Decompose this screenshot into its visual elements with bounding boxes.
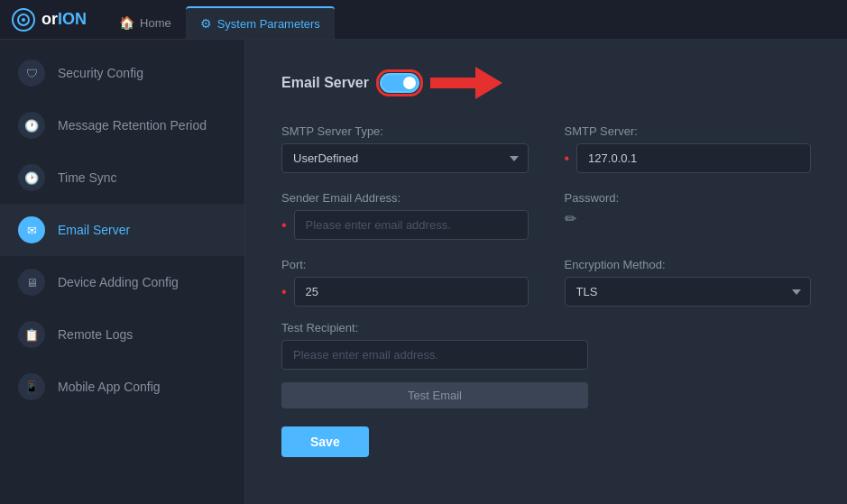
svg-point-2 [22, 18, 25, 22]
port-required-indicator: • [281, 284, 287, 300]
email-icon: ✉ [18, 216, 45, 243]
device-icon: 🖥 [18, 269, 45, 296]
test-recipient-label: Test Recipient: [281, 321, 588, 334]
sidebar-item-email-server[interactable]: ✉ Email Server [0, 204, 244, 256]
save-button[interactable]: Save [281, 426, 369, 457]
smtp-server-type-select[interactable]: UserDefined Gmail Yahoo Outlook [281, 143, 529, 173]
password-icon-wrapper: ✏ [565, 210, 812, 227]
test-recipient-input[interactable] [281, 340, 588, 370]
port-label: Port: [281, 258, 529, 271]
sidebar-label-time-sync: Time Sync [58, 170, 117, 185]
main-layout: 🛡 Security Config 🕐 Message Retention Pe… [0, 40, 847, 504]
sidebar-label-mobile-app: Mobile App Config [58, 380, 161, 394]
sidebar: 🛡 Security Config 🕐 Message Retention Pe… [0, 40, 245, 504]
sender-required-indicator: • [281, 217, 287, 234]
sidebar-label-security: Security Config [58, 66, 143, 80]
sender-email-label: Sender Email Address: [281, 191, 529, 205]
clock-icon: 🕐 [18, 112, 45, 139]
sidebar-item-device-adding[interactable]: 🖥 Device Adding Config [0, 256, 244, 308]
logs-icon: 📋 [18, 321, 45, 348]
red-arrow-icon [430, 67, 502, 99]
password-group: Password: ✏ [565, 191, 812, 240]
logo: orION [11, 7, 87, 32]
sidebar-item-mobile-app[interactable]: 📱 Mobile App Config [0, 361, 244, 413]
toggle-highlight [376, 69, 423, 96]
smtp-server-type-label: SMTP Server Type: [281, 124, 529, 138]
smtp-server-input-wrapper: • [565, 143, 812, 173]
encryption-label: Encryption Method: [565, 258, 812, 271]
system-icon: ⚙ [200, 16, 212, 31]
sidebar-item-remote-logs[interactable]: 📋 Remote Logs [0, 308, 244, 361]
tab-home[interactable]: 🏠 Home [105, 6, 186, 39]
sidebar-label-remote-logs: Remote Logs [58, 327, 133, 342]
smtp-server-type-group: SMTP Server Type: UserDefined Gmail Yaho… [281, 124, 529, 173]
top-nav: orION 🏠 Home ⚙ System Parameters [0, 0, 847, 40]
sidebar-item-time-sync[interactable]: 🕑 Time Sync [0, 151, 244, 204]
test-recipient-group: Test Recipient: Test Email [281, 321, 588, 408]
svg-marker-3 [430, 67, 502, 99]
sender-email-input-wrapper: • [281, 210, 529, 240]
home-tab-label: Home [140, 16, 171, 30]
sidebar-item-message-retention[interactable]: 🕐 Message Retention Period [0, 99, 244, 151]
encryption-group: Encryption Method: TLS SSL None [565, 258, 812, 307]
port-input[interactable] [294, 277, 529, 307]
smtp-server-label: SMTP Server: [565, 124, 812, 138]
section-header: Email Server [281, 67, 811, 99]
tab-system-parameters[interactable]: ⚙ System Parameters [186, 6, 335, 39]
sidebar-item-security-config[interactable]: 🛡 Security Config [0, 47, 244, 99]
mobile-icon: 📱 [18, 373, 45, 400]
smtp-server-input[interactable] [576, 143, 811, 173]
system-tab-label: System Parameters [217, 17, 320, 31]
arrow-annotation [430, 67, 502, 99]
time-sync-icon: 🕑 [18, 164, 45, 191]
encryption-select[interactable]: TLS SSL None [565, 277, 812, 307]
port-input-wrapper: • [281, 277, 529, 307]
save-section: Save [281, 426, 811, 457]
content-area: Email Server SMTP Server Type: Use [245, 40, 847, 504]
port-group: Port: • [281, 258, 529, 307]
smtp-server-group: SMTP Server: • [565, 124, 812, 173]
sidebar-label-message-retention: Message Retention Period [58, 118, 207, 133]
section-title: Email Server [281, 75, 369, 91]
form-grid: SMTP Server Type: UserDefined Gmail Yaho… [281, 124, 811, 307]
smtp-required-indicator: • [565, 151, 570, 167]
logo-text: orION [41, 10, 87, 29]
email-server-toggle[interactable] [380, 73, 419, 93]
password-label: Password: [565, 191, 812, 205]
sender-email-input[interactable] [294, 210, 529, 240]
password-edit-icon[interactable]: ✏ [565, 204, 576, 234]
sidebar-label-device-adding: Device Adding Config [58, 275, 179, 289]
test-email-button[interactable]: Test Email [281, 382, 588, 408]
sidebar-label-email-server: Email Server [58, 223, 130, 237]
shield-icon: 🛡 [18, 60, 45, 87]
sender-email-group: Sender Email Address: • [281, 191, 529, 240]
nav-tabs: 🏠 Home ⚙ System Parameters [105, 0, 335, 39]
home-icon: 🏠 [119, 15, 134, 30]
